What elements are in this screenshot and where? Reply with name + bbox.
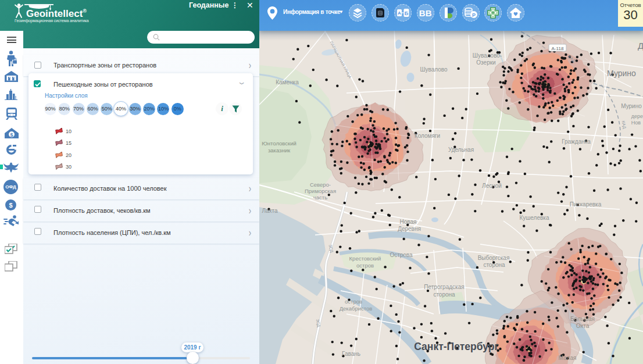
svg-text:Нов: Нов [631,120,641,126]
svg-text:Острова: Острова [390,252,413,258]
svg-text:Петроградская: Петроградская [424,284,464,290]
svg-text:сторона: сторона [483,262,505,268]
svg-text:Озерки: Озерки [476,59,495,66]
svg-text:Мурино: Мурино [621,103,642,109]
svg-text:Деревня: Деревня [398,226,421,232]
svg-text:Шувалово: Шувалово [420,66,448,73]
svg-text:остров: остров [356,262,374,269]
svg-text:А: А [398,10,401,16]
svg-text:дере: дере [631,113,643,119]
svg-text:Каменка: Каменка [276,79,299,85]
svg-text:Юнтоловский: Юнтоловский [262,140,297,147]
svg-text:Лахта: Лахта [262,208,277,214]
svg-text:Коломяги: Коломяги [415,133,440,139]
svg-text:Санкт-Петербург: Санкт-Петербург [414,341,498,352]
svg-text:Большая: Большая [570,316,595,322]
svg-text:Р: Р [471,12,475,18]
svg-text:Шувалово-: Шувалово- [473,52,502,59]
svg-text:Приморская: Приморская [305,188,336,194]
svg-text:Удельная: Удельная [448,147,474,153]
svg-text:Крестовский: Крестовский [349,255,381,262]
svg-text:Выборгская: Выборгская [478,255,510,261]
svg-text:Пискаревка: Пискаревка [570,201,602,208]
svg-text:Охта: Охта [576,323,590,329]
svg-text:Гражданка: Гражданка [562,138,591,145]
svg-text:$: $ [10,132,13,138]
svg-text:сторона: сторона [433,291,455,298]
svg-text:Кушелевка: Кушелевка [520,215,549,221]
svg-text:Гавань: Гавань [342,351,360,357]
svg-text:Б: Б [405,10,409,16]
svg-text:остров: остров [345,298,362,305]
svg-text:Новая: Новая [400,219,417,225]
svg-text:Лесной: Лесной [482,183,502,189]
svg-text:Северо-: Северо- [310,181,331,188]
svg-text:Малая: Малая [559,355,577,361]
svg-text:А-118: А-118 [552,46,564,51]
svg-text:часть: часть [313,194,327,201]
svg-text:Мурино: Мурино [607,69,636,78]
svg-text:Декабристов: Декабристов [340,305,373,312]
svg-text:Д: Д [638,41,643,51]
svg-text:заказник: заказник [268,147,291,154]
